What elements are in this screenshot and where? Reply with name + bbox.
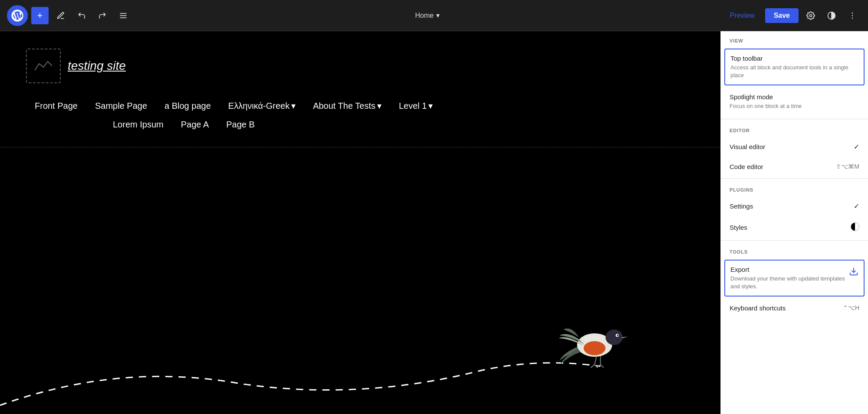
- svg-line-14: [595, 356, 597, 365]
- redo-button[interactable]: [94, 7, 111, 24]
- download-icon: [849, 267, 858, 278]
- svg-point-6: [852, 12, 853, 13]
- nav-item-about-tests[interactable]: About The Tests ▾: [304, 96, 390, 115]
- add-block-button[interactable]: +: [31, 7, 49, 24]
- export-desc: Download your theme with updated templat…: [730, 275, 849, 290]
- divider-3: [721, 240, 868, 241]
- save-button[interactable]: Save: [765, 8, 799, 23]
- code-editor-shortcut: ⇧⌥⌘M: [836, 163, 859, 170]
- export-title: Export: [730, 266, 849, 273]
- nav-item-page-b[interactable]: Page B: [217, 115, 263, 134]
- keyboard-shortcuts-shortcut: ⌃⌥H: [843, 304, 859, 311]
- divider-1: [721, 119, 868, 119]
- home-dropdown-button[interactable]: Home ▾: [410, 8, 445, 23]
- top-toolbar-item[interactable]: Top toolbar Access all block and documen…: [724, 49, 865, 85]
- page-title-area: Home ▾: [135, 8, 720, 23]
- settings-check: ✓: [854, 202, 859, 210]
- divider-2: [721, 178, 868, 179]
- view-section-label: VIEW: [721, 31, 868, 47]
- visual-editor-check: ✓: [854, 143, 859, 151]
- svg-point-4: [810, 14, 812, 16]
- tools-section-label: TOOLS: [721, 242, 868, 258]
- svg-line-16: [591, 365, 595, 368]
- preview-button[interactable]: Preview: [723, 8, 762, 23]
- site-logo-placeholder: [26, 49, 61, 83]
- spotlight-mode-title: Spotlight mode: [730, 93, 859, 101]
- half-circle-icon: [851, 222, 859, 231]
- export-item[interactable]: Export Download your theme with updated …: [724, 260, 865, 297]
- keyboard-shortcuts-item[interactable]: Keyboard shortcuts ⌃⌥H: [721, 298, 868, 318]
- spotlight-mode-item[interactable]: Spotlight mode Focus on one block at a t…: [721, 87, 868, 117]
- top-toolbar-desc: Access all block and document tools in a…: [730, 64, 858, 79]
- nav-item-lorem[interactable]: Lorem Ipsum: [104, 115, 172, 134]
- document-overview-button[interactable]: [115, 7, 132, 24]
- settings-button[interactable]: [802, 7, 819, 24]
- visual-editor-item[interactable]: Visual editor ✓: [721, 137, 868, 157]
- bird-illustration: [556, 310, 634, 371]
- code-editor-label: Code editor: [730, 163, 763, 170]
- undo-button[interactable]: [73, 7, 90, 24]
- settings-plugin-item[interactable]: Settings ✓: [721, 196, 868, 216]
- svg-line-19: [601, 365, 604, 368]
- toolbar-right-actions: Preview Save: [723, 7, 861, 24]
- nav-item-page-a[interactable]: Page A: [172, 115, 218, 134]
- nav-item-blog[interactable]: a Blog page: [156, 96, 220, 115]
- nav-item-sample-page[interactable]: Sample Page: [86, 96, 156, 115]
- site-header: testing site Front Page Sample Page a Bl…: [0, 31, 720, 147]
- svg-point-13: [584, 341, 605, 355]
- svg-point-10: [605, 329, 623, 345]
- svg-point-7: [852, 15, 853, 16]
- styles-plugin-label: Styles: [730, 224, 747, 231]
- nav-item-greek[interactable]: Ελληνικά-Greek ▾: [220, 96, 304, 115]
- editor-section-label: EDITOR: [721, 121, 868, 137]
- wordpress-logo[interactable]: [7, 5, 28, 26]
- svg-line-18: [597, 365, 601, 368]
- main-nav: Front Page Sample Page a Blog page Ελλην…: [26, 96, 694, 115]
- site-title: testing site: [68, 59, 126, 73]
- pen-tool-button[interactable]: [52, 7, 69, 24]
- main-layout: testing site Front Page Sample Page a Bl…: [0, 31, 868, 414]
- nav-item-level1[interactable]: Level 1 ▾: [390, 96, 442, 115]
- settings-plugin-label: Settings: [730, 202, 753, 210]
- sub-nav: Lorem Ipsum Page A Page B: [26, 115, 694, 134]
- canvas-area[interactable]: testing site Front Page Sample Page a Bl…: [0, 31, 720, 414]
- right-panel: VIEW Top toolbar Access all block and do…: [720, 31, 868, 414]
- nav-item-front-page[interactable]: Front Page: [26, 96, 86, 115]
- keyboard-shortcuts-label: Keyboard shortcuts: [730, 304, 786, 312]
- code-editor-item[interactable]: Code editor ⇧⌥⌘M: [721, 157, 868, 176]
- svg-point-12: [617, 335, 618, 336]
- styles-icon: [851, 222, 859, 232]
- spotlight-mode-desc: Focus on one block at a time: [730, 102, 859, 110]
- styles-plugin-item[interactable]: Styles: [721, 216, 868, 238]
- svg-point-8: [852, 17, 853, 19]
- export-left: Export Download your theme with updated …: [730, 266, 849, 290]
- site-logo-area: testing site: [26, 49, 694, 83]
- contrast-button[interactable]: [823, 7, 840, 24]
- visual-editor-label: Visual editor: [730, 143, 765, 150]
- plugins-section-label: PLUGINS: [721, 180, 868, 196]
- more-options-button[interactable]: [844, 7, 861, 24]
- top-toolbar: + Home ▾ Preview Save: [0, 0, 868, 31]
- top-toolbar-title: Top toolbar: [730, 55, 858, 62]
